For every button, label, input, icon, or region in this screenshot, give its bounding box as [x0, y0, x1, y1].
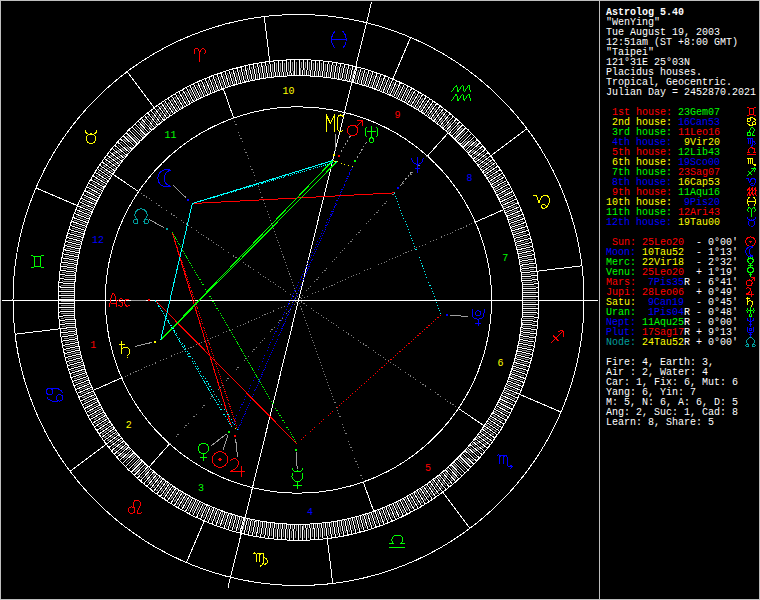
svg-text:Node: 24Tau52R + 0°00': Node: 24Tau52R + 0°00': [606, 337, 738, 348]
svg-text:Julian Day = 2452870.2021: Julian Day = 2452870.2021: [606, 87, 756, 98]
svg-text:10: 10: [282, 86, 294, 97]
svg-text:4: 4: [307, 507, 313, 518]
svg-text:9: 9: [394, 110, 400, 121]
svg-text:2: 2: [126, 420, 132, 431]
svg-text:1: 1: [90, 340, 96, 351]
svg-text:8: 8: [467, 173, 473, 184]
svg-text:3: 3: [198, 483, 204, 494]
svg-text:12: 12: [92, 235, 104, 246]
svg-text:6: 6: [497, 358, 503, 369]
svg-text:7: 7: [502, 253, 508, 264]
svg-text:Learn: 8, Share: 5: Learn: 8, Share: 5: [606, 417, 714, 428]
svg-text:5: 5: [425, 463, 431, 474]
svg-text:12th house: 19Tau00: 12th house: 19Tau00: [606, 217, 720, 228]
svg-text:11: 11: [164, 130, 176, 141]
